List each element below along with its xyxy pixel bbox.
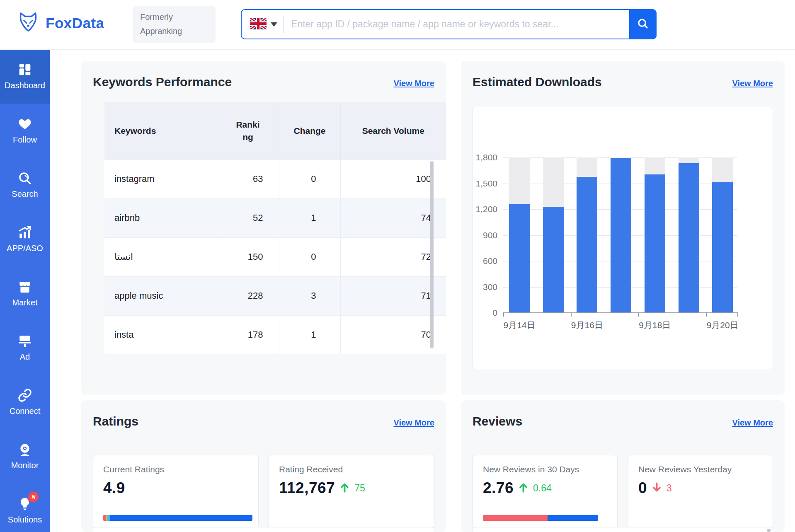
keyword-row-airbnb[interactable]: airbnb52174 <box>104 198 446 237</box>
sidebar-item-connect[interactable]: Connect <box>0 375 50 429</box>
keyword-cell: instagram <box>104 160 217 198</box>
top-header: FoxData Formerly Appranking <box>0 0 795 50</box>
stat-value: 4.9 <box>103 479 125 497</box>
x-axis-tick-label: 9月14日 <box>503 319 535 331</box>
ranking-cell: 52 <box>217 198 279 237</box>
change-cell: 0 <box>279 237 340 276</box>
brand-logo[interactable]: FoxData <box>17 11 104 36</box>
x-axis-tick <box>638 313 639 317</box>
keywords-performance-title: Keywords Performance <box>93 75 232 89</box>
column-header-keywords: Keywords <box>104 102 217 160</box>
download-bar-9月20日[interactable] <box>712 182 733 312</box>
keyword-cell: airbnb <box>104 198 217 237</box>
download-bar-9月18日[interactable] <box>645 174 665 312</box>
sidebar-item-follow[interactable]: Follow <box>0 104 50 158</box>
billboard-icon <box>18 334 32 348</box>
ratings-title: Ratings <box>93 414 138 428</box>
sidebar-item-app-aso[interactable]: APP/ASO <box>0 212 50 266</box>
fox-logo-icon <box>17 11 40 36</box>
stat-label: Rating Received <box>279 464 424 474</box>
reviews-lower-card-partial <box>473 527 773 532</box>
column-header-ranking: Ranking <box>217 102 279 160</box>
dashboard-grid-icon <box>18 63 32 77</box>
x-axis-tick <box>737 313 738 317</box>
keyword-cell: apple music <box>104 276 217 315</box>
reviews-title: Reviews <box>473 414 522 428</box>
progress-segment <box>110 515 252 521</box>
stat-card-new-reviews-yesterday: New Reviews Yesterday03 <box>628 455 773 529</box>
chevron-down-icon <box>271 22 277 27</box>
language-selector[interactable] <box>242 18 283 31</box>
change-cell: 3 <box>279 276 340 315</box>
main-content: Keywords Performance View More KeywordsR… <box>50 49 795 532</box>
foxdata-dashboard-screen: FoxData Formerly Appranking <box>0 0 795 532</box>
app-search-bar <box>241 9 657 39</box>
download-bar-9月16日[interactable] <box>577 177 597 312</box>
ranking-cell: 150 <box>217 237 279 276</box>
keywords-view-more-link[interactable]: View More <box>393 79 434 88</box>
sidebar-item-label: Solutions <box>8 515 42 525</box>
search-icon <box>18 171 32 185</box>
keyword-row-انستا[interactable]: انستا150072 <box>104 237 446 276</box>
new-badge: N <box>28 491 39 502</box>
stat-label: New Reviews in 30 Days <box>483 464 607 474</box>
downloads-chart-card: 03006009001,2001,5001,8009月14日9月16日9月18日… <box>473 107 773 369</box>
reviews-view-more-link[interactable]: View More <box>732 418 773 428</box>
x-axis-tick <box>571 313 572 317</box>
change-cell: 0 <box>279 160 340 198</box>
sidebar-item-monitor[interactable]: Monitor <box>0 429 50 484</box>
table-scrollbar[interactable] <box>430 161 434 348</box>
keyword-row-insta[interactable]: insta178170 <box>104 315 446 354</box>
download-bar-9月19日[interactable] <box>679 163 699 312</box>
download-bar-9月17日[interactable] <box>611 158 631 312</box>
reviews-table-scrollbar[interactable] <box>767 529 771 532</box>
sidebar-item-label: Ad <box>20 352 30 362</box>
delta-value: 3 <box>667 483 672 494</box>
stat-progress-bar <box>103 515 252 521</box>
search-input[interactable] <box>290 12 629 37</box>
delta-value: 0.64 <box>533 483 552 494</box>
y-axis-tick-label: 300 <box>465 282 497 292</box>
stat-progress-bar <box>483 515 598 521</box>
sidebar-item-label: Connect <box>10 406 41 416</box>
stat-card-current-ratings: Current Ratings4.9 <box>93 455 259 529</box>
stat-label: Current Ratings <box>103 464 248 474</box>
sidebar-item-solutions[interactable]: NSolutions <box>0 484 50 532</box>
magnifier-icon <box>637 17 649 31</box>
ratings-view-more-link[interactable]: View More <box>393 418 434 428</box>
download-bar-9月14日[interactable] <box>509 204 530 312</box>
keywords-table-wrap: KeywordsRankingChangeSearch Volumeinstag… <box>93 102 434 354</box>
x-axis-tick-label: 9月18日 <box>639 319 671 331</box>
storefront-icon <box>18 280 32 294</box>
sidebar-item-ad[interactable]: Ad <box>0 321 50 375</box>
sidebar-nav: DashboardFollowSearchAPP/ASOMarketAdConn… <box>0 49 50 532</box>
downloads-view-more-link[interactable]: View More <box>732 79 773 88</box>
sidebar-item-label: Monitor <box>11 461 39 470</box>
ratings-panel: Ratings View More Current Ratings4.9Rati… <box>81 400 446 532</box>
keyword-row-instagram[interactable]: instagram630100 <box>104 160 446 198</box>
stat-value: 2.76 <box>483 479 514 497</box>
y-axis-tick-label: 600 <box>465 256 497 266</box>
x-axis-tick-label: 9月16日 <box>571 319 603 331</box>
ranking-cell: 178 <box>217 315 279 354</box>
column-header-change: Change <box>279 102 340 160</box>
estimated-downloads-panel: Estimated Downloads View More 0300600900… <box>461 61 785 395</box>
y-axis-tick-label: 900 <box>465 230 497 240</box>
download-bar-9月15日[interactable] <box>543 207 564 312</box>
keywords-performance-panel: Keywords Performance View More KeywordsR… <box>81 61 446 395</box>
y-axis-tick-label: 1,500 <box>465 179 497 189</box>
x-axis-tick <box>503 313 504 317</box>
ranking-cell: 63 <box>217 160 279 198</box>
search-button[interactable] <box>629 9 657 39</box>
sidebar-item-dashboard[interactable]: Dashboard <box>0 49 50 104</box>
link-icon <box>18 388 32 402</box>
heart-icon <box>18 117 32 131</box>
webcam-icon <box>18 443 32 457</box>
keyword-cell: insta <box>104 315 217 354</box>
keyword-row-apple-music[interactable]: apple music228371 <box>104 276 446 315</box>
stat-value: 0 <box>638 479 647 497</box>
brand-name: FoxData <box>46 15 104 31</box>
sidebar-item-market[interactable]: Market <box>0 266 50 321</box>
sidebar-item-search[interactable]: Search <box>0 158 50 212</box>
sidebar-item-label: APP/ASO <box>7 244 43 253</box>
